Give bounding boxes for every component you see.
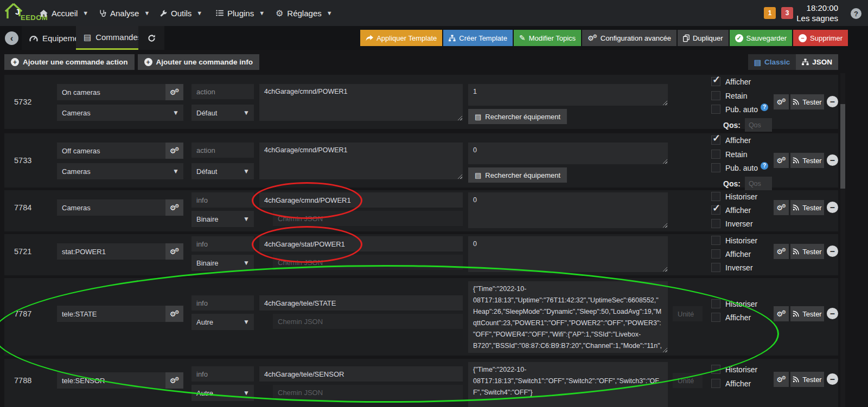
tester-button[interactable]: Tester [790,306,824,321]
view-classic-button[interactable]: ▤ Classic [748,54,796,70]
command-name-input[interactable] [57,199,165,216]
supprimer-button[interactable]: – Supprimer [793,30,848,46]
chemin-json-input[interactable] [273,385,463,400]
remove-command-button[interactable]: – [827,246,838,257]
pub-auto-checkbox[interactable] [711,105,720,114]
remove-command-button[interactable]: – [827,96,838,107]
payload-textarea[interactable]: 0 [468,143,668,164]
value-textarea[interactable]: 0 [468,192,668,228]
chemin-json-input[interactable] [273,314,463,329]
value-textarea[interactable]: {"Time":"2022-10-08T17:18:13","Uptime":"… [468,281,668,353]
menu-plugins[interactable]: Plugins ▼ [216,0,265,26]
historiser-checkbox[interactable] [711,192,720,201]
add-action-command-button[interactable]: + Ajouter une commande action [4,54,135,70]
scrollbar-track[interactable] [840,73,845,407]
value-textarea[interactable]: 0 [468,236,668,272]
afficher-checkbox[interactable] [711,313,720,322]
command-name-input[interactable] [57,243,165,260]
refresh-button[interactable] [138,26,164,50]
afficher-checkbox[interactable] [711,135,720,145]
remove-command-button[interactable]: – [827,373,838,385]
inverser-checkbox[interactable] [711,219,720,228]
remove-command-button[interactable]: – [827,202,838,213]
afficher-checkbox[interactable] [711,379,720,388]
tester-button[interactable]: Tester [790,244,824,259]
menu-analyse[interactable]: Analyse ▼ [99,0,150,26]
historiser-checkbox[interactable] [711,365,720,374]
payload-textarea[interactable]: 1 [468,84,668,106]
topic-input[interactable] [259,295,463,311]
afficher-checkbox[interactable] [711,249,720,259]
command-name-input[interactable] [57,372,165,389]
parent-select[interactable]: Cameras▼ [57,163,183,179]
creer-template-button[interactable]: Créer Template [443,30,513,46]
display-config-button[interactable]: ⚙⚙ [165,243,183,260]
qos-input[interactable] [745,118,772,132]
help-icon[interactable]: ? [761,104,768,111]
parent-select[interactable]: Cameras▼ [57,105,183,121]
command-name-input[interactable] [57,84,165,100]
menu-reglages[interactable]: ⚙ Réglages ▼ [276,0,333,26]
command-config-button[interactable]: ⚙⚙ [774,94,789,109]
sauvegarder-button[interactable]: ✓ Sauvegarder [730,30,792,46]
command-config-button[interactable]: ⚙⚙ [774,244,789,259]
historiser-checkbox[interactable] [711,236,720,245]
afficher-checkbox[interactable] [711,205,720,215]
subtype-select[interactable]: Défaut▼ [192,163,254,179]
remove-command-button[interactable]: – [827,308,838,319]
command-config-button[interactable]: ⚙⚙ [774,200,789,215]
afficher-checkbox[interactable] [711,77,720,86]
chemin-json-input[interactable] [273,255,463,270]
view-json-button[interactable]: JSON [796,54,838,70]
tester-button[interactable]: Tester [790,153,824,168]
tester-button[interactable]: Tester [790,372,824,387]
unite-input[interactable] [673,373,703,388]
display-config-button[interactable]: ⚙⚙ [165,143,183,159]
subtype-select[interactable]: Autre▼ [192,385,254,401]
dupliquer-button[interactable]: Dupliquer [678,30,729,46]
scrollbar-thumb[interactable] [840,104,845,189]
add-info-command-button[interactable]: + Ajouter une commande info [138,54,260,70]
remove-command-button[interactable]: – [827,154,838,166]
topic-textarea[interactable]: 4chGarage/cmnd/POWER1 [259,143,463,179]
chemin-json-input[interactable] [273,211,463,226]
display-config-button[interactable]: ⚙⚙ [165,372,183,389]
tester-button[interactable]: Tester [790,94,824,109]
tester-button[interactable]: Tester [790,200,824,215]
help-icon[interactable]: ? [761,162,768,170]
qos-input[interactable] [745,177,772,190]
subtype-select[interactable]: Binaire▼ [192,211,254,227]
modifier-topics-button[interactable]: ✎ Modifier Topics [514,30,581,46]
menu-outils[interactable]: Outils ▼ [160,0,202,26]
command-config-button[interactable]: ⚙⚙ [774,306,789,321]
topic-input[interactable] [259,366,463,382]
configuration-avancee-button[interactable]: ⚙⚙ Configuration avancée [582,30,676,46]
retain-checkbox[interactable] [711,91,720,100]
command-name-input[interactable] [57,306,165,322]
command-name-input[interactable] [57,143,165,159]
command-config-button[interactable]: ⚙⚙ [774,372,789,387]
topic-textarea[interactable]: 4chGarage/cmnd/POWER1 [259,84,463,121]
historiser-checkbox[interactable] [711,299,720,308]
back-button[interactable]: ‹ [5,31,18,45]
subtype-select[interactable]: Binaire▼ [192,255,254,271]
topic-input[interactable] [259,192,463,208]
rechercher-equipement-button[interactable]: ▤ Rechercher équipement [468,109,567,124]
unite-input[interactable] [673,306,703,321]
appliquer-template-button[interactable]: Appliquer Template [360,30,442,46]
help-icon[interactable]: ? [851,8,861,19]
display-config-button[interactable]: ⚙⚙ [165,306,183,322]
display-config-button[interactable]: ⚙⚙ [165,84,183,100]
retain-checkbox[interactable] [711,150,720,159]
display-config-button[interactable]: ⚙⚙ [165,199,183,216]
pub-auto-checkbox[interactable] [711,163,720,172]
inverser-checkbox[interactable] [711,263,720,272]
menu-accueil[interactable]: Accueil ▼ [40,0,88,26]
subtype-select[interactable]: Autre▼ [192,314,254,330]
command-config-button[interactable]: ⚙⚙ [774,153,789,168]
topic-input[interactable] [259,236,463,251]
qos-row: Qos: [723,118,772,132]
subtype-select[interactable]: Défaut▼ [192,105,254,121]
value-textarea[interactable]: {"Time":"2022-10-08T17:18:13","Switch1":… [468,362,668,407]
rechercher-equipement-button[interactable]: ▤ Rechercher équipement [468,167,567,183]
